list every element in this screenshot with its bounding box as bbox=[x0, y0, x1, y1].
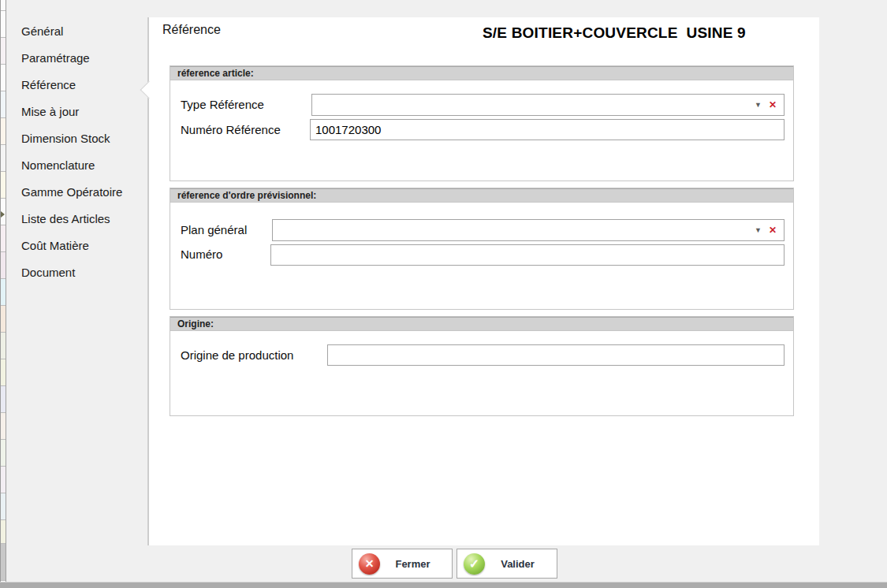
strip-segment bbox=[1, 118, 6, 145]
sidebar-item-mise-a-jour[interactable]: Mise à jour bbox=[6, 99, 147, 125]
left-edge-strip bbox=[0, 0, 6, 588]
sidebar-item-nomenclature[interactable]: Nomenclature bbox=[6, 152, 147, 179]
strip-segment bbox=[1, 145, 6, 172]
strip-segment bbox=[1, 38, 6, 65]
document-title: S/E BOITIER+COUVERCLE USINE 9 bbox=[483, 24, 746, 42]
group-reference-article: réference article: Type Référence ▼ ✕ Nu… bbox=[170, 65, 794, 181]
strip-segment bbox=[1, 306, 6, 333]
sidebar-item-reference[interactable]: Référence bbox=[6, 72, 147, 99]
strip-segment bbox=[1, 386, 6, 413]
sidebar-item-general[interactable]: Général bbox=[6, 18, 147, 45]
sidebar-item-parametrage[interactable]: Paramétrage bbox=[6, 45, 147, 72]
strip-segment bbox=[1, 413, 6, 440]
page-title: Référence bbox=[162, 23, 221, 37]
sidebar-item-cout-matiere[interactable]: Coût Matière bbox=[6, 233, 147, 259]
sidebar-item-dimension-stock[interactable]: Dimension Stock bbox=[6, 125, 147, 152]
content-panel: Référence S/E BOITIER+COUVERCLE USINE 9 … bbox=[149, 17, 819, 545]
strip-segment bbox=[1, 544, 6, 581]
check-icon: ✓ bbox=[464, 553, 485, 575]
group-origine-header: Origine: bbox=[170, 317, 793, 331]
strip-segment bbox=[1, 225, 6, 252]
strip-segment bbox=[1, 493, 6, 520]
strip-segment bbox=[1, 11, 6, 38]
strip-segment bbox=[1, 359, 6, 386]
sidebar-item-liste-des-articles[interactable]: Liste des Articles bbox=[6, 206, 147, 233]
numero-reference-label: Numéro Référence bbox=[181, 122, 281, 138]
strip-segment bbox=[1, 467, 6, 493]
strip-segment bbox=[1, 172, 6, 199]
fermer-button[interactable]: ✕ Fermer bbox=[352, 549, 453, 579]
plan-general-label: Plan général bbox=[181, 222, 247, 238]
valider-button[interactable]: ✓ Valider bbox=[457, 549, 557, 579]
strip-segment bbox=[1, 0, 6, 11]
bottom-bar bbox=[0, 582, 887, 588]
strip-segment bbox=[1, 279, 6, 306]
strip-segment bbox=[1, 333, 6, 359]
sidebar: GénéralParamétrageRéférenceMise à jourDi… bbox=[6, 18, 147, 286]
strip-segment bbox=[1, 252, 6, 279]
clear-icon[interactable]: ✕ bbox=[765, 100, 784, 110]
strip-segment bbox=[1, 91, 6, 118]
numero-input[interactable] bbox=[270, 244, 785, 266]
strip-marker-icon bbox=[1, 211, 5, 218]
dropdown-arrow-icon[interactable]: ▼ bbox=[751, 102, 765, 109]
close-icon: ✕ bbox=[359, 553, 380, 575]
clear-icon[interactable]: ✕ bbox=[765, 225, 784, 235]
numero-label: Numéro bbox=[181, 247, 222, 262]
origine-production-label: Origine de production bbox=[181, 348, 293, 363]
plan-general-combobox[interactable]: ▼ ✕ bbox=[272, 219, 785, 241]
fermer-button-label: Fermer bbox=[380, 558, 445, 570]
type-reference-label: Type Référence bbox=[181, 97, 264, 113]
sidebar-item-gamme-operatoire[interactable]: Gamme Opératoire bbox=[6, 179, 147, 206]
dropdown-arrow-icon[interactable]: ▼ bbox=[751, 227, 765, 234]
numero-reference-input[interactable] bbox=[310, 119, 785, 140]
strip-segment bbox=[1, 440, 6, 467]
strip-segment bbox=[1, 520, 6, 544]
group-reference-article-header: réference article: bbox=[170, 66, 793, 80]
group-origine: Origine: Origine de production bbox=[170, 316, 794, 416]
group-ordre-previsionnel: réference d'ordre prévisionnel: Plan gén… bbox=[170, 188, 794, 310]
type-reference-combobox[interactable]: ▼ ✕ bbox=[311, 94, 785, 116]
group-ordre-previsionnel-header: réference d'ordre prévisionnel: bbox=[170, 188, 793, 203]
origine-production-input[interactable] bbox=[327, 344, 785, 366]
valider-button-label: Valider bbox=[485, 558, 550, 570]
sidebar-item-document[interactable]: Document bbox=[6, 259, 147, 286]
strip-segment bbox=[1, 65, 6, 91]
